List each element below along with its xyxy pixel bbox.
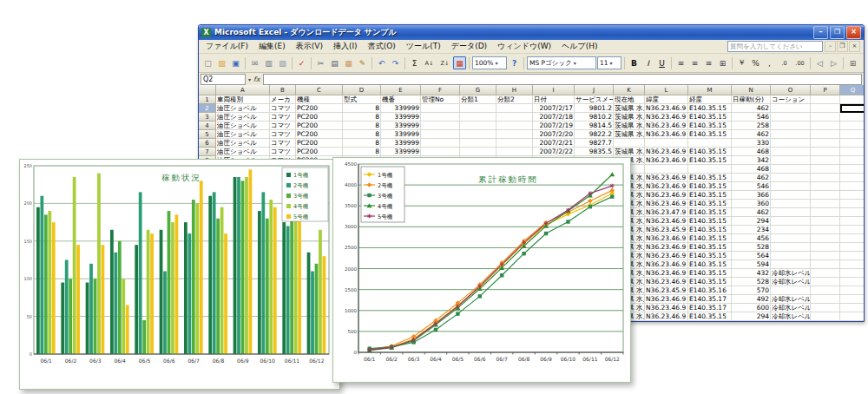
sheet-cell[interactable]: 8 [343, 113, 381, 121]
spelling-icon[interactable]: ✓ [295, 56, 308, 69]
sheet-cell[interactable] [421, 113, 460, 121]
sheet-cell[interactable] [771, 139, 811, 148]
sheet-cell[interactable]: E140.35.15 [688, 260, 732, 269]
sheet-cell[interactable]: 冷却水レベル低下 [771, 278, 811, 286]
sort-asc-icon[interactable]: A↓ [422, 56, 437, 69]
sheet-cell[interactable]: 258 [732, 121, 771, 130]
sheet-cell[interactable] [811, 174, 840, 182]
sheet-cell[interactable] [771, 252, 811, 260]
decrease-decimal-icon[interactable]: .00 [792, 56, 807, 69]
sheet-cell[interactable]: E140.35.15 [688, 312, 732, 321]
sheet-cell[interactable]: N36.23.46.9 [645, 113, 688, 121]
increase-decimal-icon[interactable]: .0 [777, 56, 792, 69]
sheet-cell[interactable]: 462 [732, 104, 771, 113]
minimize-button[interactable]: – [813, 26, 828, 39]
sheet-cell[interactable]: N36.23.46.9 [645, 295, 688, 304]
sheet-cell[interactable] [771, 156, 811, 165]
help-icon[interactable]: ? [508, 56, 521, 69]
sheet-cell[interactable]: E140.35.15 [688, 208, 732, 217]
menu-item[interactable]: 表示(V) [291, 41, 328, 52]
sheet-cell[interactable] [811, 113, 840, 121]
sheet-cell[interactable] [771, 234, 811, 243]
row-header[interactable]: 5 [199, 130, 216, 139]
col-header[interactable]: O [771, 85, 811, 95]
italic-icon[interactable]: I [641, 56, 654, 69]
sheet-cell[interactable] [496, 139, 533, 148]
sheet-cell[interactable]: E140.35.15 [688, 200, 732, 208]
sheet-cell[interactable]: N36.23.46.9 [645, 182, 688, 191]
col-header[interactable]: Q [840, 85, 864, 95]
sheet-cell[interactable] [771, 182, 811, 191]
sheet-cell[interactable]: E140.35.15 [688, 234, 732, 243]
sheet-cell[interactable]: 8 [343, 130, 381, 139]
sheet-cell[interactable] [496, 148, 533, 156]
sheet-cell[interactable] [840, 95, 864, 104]
sheet-cell[interactable] [840, 252, 864, 260]
sheet-cell[interactable]: N36.23.46.9 [645, 148, 688, 156]
sheet-cell[interactable] [811, 182, 840, 191]
insert-function-button[interactable]: fx [253, 76, 260, 83]
sheet-cell[interactable]: N36.23.45.9 [645, 286, 688, 295]
sheet-cell[interactable] [840, 278, 864, 286]
fill-color-icon[interactable]: ▨ [860, 56, 865, 69]
sheet-cell[interactable]: 339999 [381, 121, 421, 130]
sheet-cell[interactable]: 8 [343, 121, 381, 130]
sheet-cell[interactable]: 機番 [381, 95, 421, 104]
sheet-cell[interactable]: 冷却水レベル低下 [771, 304, 811, 312]
sheet-cell[interactable] [460, 113, 496, 121]
sheet-cell[interactable] [840, 139, 864, 148]
menu-item[interactable]: データ(D) [446, 41, 492, 52]
sheet-cell[interactable] [840, 182, 864, 191]
sheet-cell[interactable]: コマツ [270, 139, 296, 148]
align-left-icon[interactable]: ≡ [674, 56, 687, 69]
sheet-cell[interactable]: 管理No [421, 95, 460, 104]
sheet-cell[interactable]: E140.35.15 [688, 278, 732, 286]
sheet-cell[interactable]: N36.23.46.9 [645, 278, 688, 286]
row-header[interactable]: 2 [199, 104, 216, 113]
sheet-cell[interactable] [496, 121, 533, 130]
sheet-cell[interactable] [840, 104, 864, 113]
sheet-cell[interactable]: 294 [732, 217, 771, 226]
undo-icon[interactable]: ↶ [375, 56, 388, 69]
sheet-cell[interactable] [460, 139, 496, 148]
sort-desc-icon[interactable]: Z↓ [437, 56, 452, 69]
sheet-cell[interactable]: 8 [343, 104, 381, 113]
font-name-select[interactable]: MS Pゴシック▾ [527, 56, 596, 69]
sheet-cell[interactable] [811, 208, 840, 217]
sheet-cell[interactable] [811, 95, 840, 104]
sheet-cell[interactable]: 油圧ショベル [216, 104, 270, 113]
sheet-cell[interactable] [771, 243, 811, 252]
col-header[interactable]: K [614, 85, 645, 95]
sheet-cell[interactable] [840, 304, 864, 312]
col-header[interactable]: B [270, 85, 296, 95]
increase-indent-icon[interactable]: ▷ [827, 56, 840, 69]
percent-icon[interactable]: % [749, 56, 762, 69]
sheet-cell[interactable]: N36.23.45.9 [645, 226, 688, 234]
sheet-cell[interactable] [421, 148, 460, 156]
sheet-cell[interactable]: 緯度 [645, 95, 688, 104]
sheet-cell[interactable] [811, 139, 840, 148]
sheet-cell[interactable]: E140.35.15 [688, 269, 732, 278]
sheet-cell[interactable]: 9814.5 [575, 121, 614, 130]
col-header[interactable]: H [496, 85, 533, 95]
print-icon[interactable]: ▥ [262, 56, 275, 69]
currency-icon[interactable]: ￥ [735, 56, 748, 69]
sheet-cell[interactable]: 油圧ショベル [216, 113, 270, 121]
sheet-cell[interactable] [840, 208, 864, 217]
sheet-cell[interactable]: 茨城県 水戸市 [614, 148, 645, 156]
sheet-cell[interactable] [811, 252, 840, 260]
sheet-cell[interactable]: 機種 [296, 95, 343, 104]
sheet-cell[interactable]: 日稼動(分) [732, 95, 771, 104]
sheet-cell[interactable] [771, 130, 811, 139]
sheet-cell[interactable]: E140.35.15 [688, 226, 732, 234]
sheet-cell[interactable]: 2007/2/21 [533, 139, 575, 148]
sheet-cell[interactable]: N36.23.46.9 [645, 121, 688, 130]
sheet-cell[interactable]: 339999 [381, 113, 421, 121]
font-size-select[interactable]: 11▾ [597, 56, 621, 69]
sheet-cell[interactable] [811, 165, 840, 174]
sheet-cell[interactable]: 冷却水レベル低下 [771, 312, 811, 321]
sheet-cell[interactable] [811, 121, 840, 130]
sheet-cell[interactable]: 546 [732, 113, 771, 121]
sheet-cell[interactable]: 600 [732, 304, 771, 312]
sheet-cell[interactable] [840, 286, 864, 295]
